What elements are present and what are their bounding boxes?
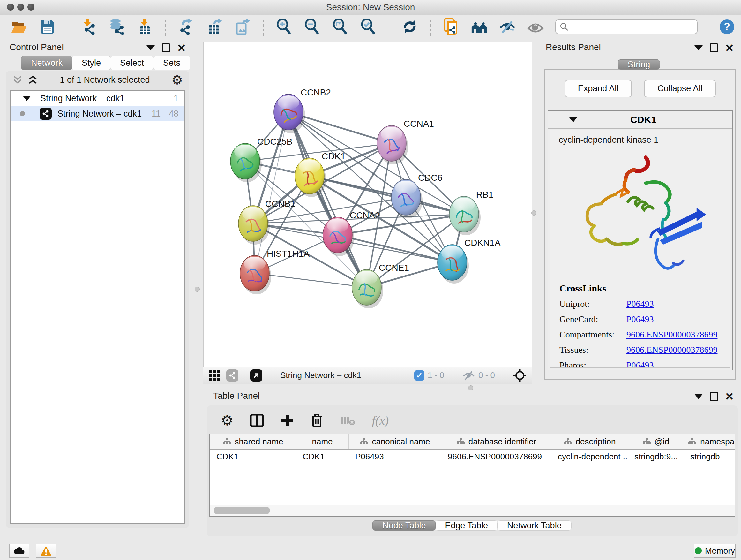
node-label: CCNB1: [265, 199, 295, 209]
node-CDKN1A[interactable]: CDKN1A: [437, 238, 501, 284]
add-column-icon[interactable]: [280, 414, 294, 427]
memory-button[interactable]: Memory: [694, 544, 736, 558]
open-session-icon[interactable]: [11, 18, 27, 35]
scrollbar-thumb[interactable]: [214, 507, 270, 514]
window-controls[interactable]: [7, 3, 35, 10]
save-session-icon[interactable]: [39, 18, 56, 35]
network-row[interactable]: String Network – cdk1 11 48: [11, 106, 184, 121]
close-window-button[interactable]: [7, 3, 14, 10]
tab-sets[interactable]: Sets: [153, 56, 190, 70]
collapse-all-networks-icon[interactable]: [12, 75, 23, 84]
warnings-button[interactable]: [36, 544, 56, 558]
zoom-out-icon[interactable]: [304, 18, 320, 35]
export-image-icon[interactable]: [234, 18, 251, 35]
table-tab-edge-table[interactable]: Edge Table: [435, 520, 498, 531]
status-bar: Memory: [0, 540, 741, 560]
column-header-name[interactable]: name: [296, 434, 349, 449]
crosslink-link[interactable]: P06493: [626, 299, 654, 309]
table-settings-gear-icon[interactable]: ⚙: [221, 414, 233, 428]
crosslink-link[interactable]: P06493: [626, 360, 654, 368]
crosslink-link[interactable]: 9606.ENSP00000378699: [626, 345, 718, 355]
import-table-file-icon[interactable]: [137, 18, 153, 35]
collapse-all-button[interactable]: Collapse All: [644, 80, 716, 98]
copy-network-icon[interactable]: [443, 18, 460, 35]
export-network-icon[interactable]: [178, 18, 195, 35]
node-table[interactable]: shared namenamecanonical namedatabase id…: [209, 434, 735, 516]
network-canvas[interactable]: CCNB2 CCNA1 CDC25B CDK1: [203, 43, 532, 367]
crosslinks-section: CrossLinks Uniprot: P06493 GeneCard: P06…: [550, 283, 730, 368]
open-in-new-window-icon[interactable]: [250, 369, 262, 381]
crosslink-label: Pharos:: [559, 360, 626, 368]
panel-float-icon[interactable]: [162, 44, 170, 52]
panel-minimize-icon[interactable]: [146, 45, 155, 51]
bottom-splitter-handle[interactable]: [468, 385, 473, 390]
tab-style[interactable]: Style: [72, 56, 111, 70]
node-RB1[interactable]: RB1: [449, 190, 493, 235]
refresh-layout-icon[interactable]: [401, 18, 418, 35]
collection-expander-icon[interactable]: [23, 96, 30, 101]
node-CDC6[interactable]: CDC6: [391, 173, 442, 219]
column-header-id[interactable]: @id: [628, 434, 684, 449]
tab-select[interactable]: Select: [110, 56, 154, 70]
column-header-sharedname[interactable]: shared name: [210, 434, 296, 449]
network-graph[interactable]: CCNB2 CCNA1 CDC25B CDK1: [204, 43, 532, 367]
crosshair-icon[interactable]: [513, 369, 527, 382]
import-network-file-icon[interactable]: [80, 18, 97, 35]
edge-CCNB2-CCNE1[interactable]: [288, 112, 367, 287]
split-columns-icon[interactable]: [250, 414, 264, 428]
toolbar-search[interactable]: [555, 19, 697, 34]
panel-close-icon[interactable]: ✕: [177, 44, 186, 51]
table-tab-network-table[interactable]: Network Table: [497, 520, 571, 531]
column-header-databaseidentifier[interactable]: database identifier: [441, 434, 551, 449]
search-input[interactable]: [569, 22, 697, 32]
hidden-eye-icon[interactable]: [462, 370, 475, 381]
panel-minimize-icon[interactable]: [694, 394, 703, 399]
export-table-icon[interactable]: [206, 18, 223, 35]
panel-close-icon[interactable]: ✕: [725, 44, 734, 51]
panel-float-icon[interactable]: [710, 392, 718, 401]
zoom-window-button[interactable]: [27, 3, 35, 10]
edge-CCNA2-CDKN1A[interactable]: [338, 235, 452, 262]
table-row[interactable]: CDK1CDK1P064939606.ENSP00000378699cyclin…: [210, 449, 735, 463]
results-tab-string[interactable]: String: [618, 59, 660, 70]
import-network-database-icon[interactable]: [109, 18, 125, 35]
crosslink-link[interactable]: 9606.ENSP00000378699: [626, 329, 718, 340]
expand-all-button[interactable]: Expand All: [564, 80, 632, 98]
column-header-description[interactable]: description: [551, 434, 628, 449]
left-splitter-handle[interactable]: [195, 287, 200, 292]
minimize-window-button[interactable]: [17, 3, 24, 10]
node-CCNB2[interactable]: CCNB2: [274, 87, 331, 133]
network-options-gear-icon[interactable]: ⚙: [172, 73, 183, 86]
zoom-selected-icon[interactable]: [360, 18, 377, 35]
right-splitter-handle[interactable]: [531, 210, 536, 215]
crosslink-link[interactable]: P06493: [626, 314, 654, 324]
edge-HIST1H1A-CCNE1[interactable]: [255, 273, 367, 287]
zoom-fit-icon[interactable]: [332, 18, 348, 35]
string-style-icon[interactable]: [226, 369, 239, 381]
column-header-namespace[interactable]: namespace: [684, 434, 735, 449]
gene-card-expander-icon[interactable]: [569, 118, 577, 122]
tab-network[interactable]: Network: [21, 56, 72, 70]
first-neighbors-icon[interactable]: [471, 18, 488, 35]
panel-minimize-icon[interactable]: [694, 45, 703, 51]
zoom-in-icon[interactable]: [276, 18, 292, 35]
node-HIST1H1A[interactable]: HIST1H1A: [240, 249, 310, 294]
panel-close-icon[interactable]: ✕: [725, 393, 734, 400]
network-collection-row[interactable]: String Network – cdk1 1: [11, 91, 184, 106]
table-tab-node-table[interactable]: Node Table: [373, 520, 435, 531]
show-all-eye-icon[interactable]: [527, 18, 544, 35]
table-horizontal-scrollbar[interactable]: [210, 505, 735, 516]
node-label: CDK1: [322, 151, 346, 161]
network-name: String Network – cdk1: [57, 109, 142, 119]
help-icon[interactable]: ?: [719, 18, 735, 35]
toolbar-separator: [165, 17, 166, 36]
panel-float-icon[interactable]: [710, 44, 718, 52]
selected-nodes-checkbox[interactable]: ✓: [414, 370, 424, 381]
node-CCNE1[interactable]: CCNE1: [352, 263, 409, 308]
column-header-canonicalname[interactable]: canonical name: [349, 434, 441, 449]
expand-all-networks-icon[interactable]: [27, 75, 38, 84]
birds-eye-view-icon[interactable]: [208, 369, 220, 381]
cloud-services-button[interactable]: [9, 544, 29, 558]
hide-selected-eye-slash-icon[interactable]: [499, 18, 516, 35]
delete-column-trash-icon[interactable]: [311, 413, 323, 428]
